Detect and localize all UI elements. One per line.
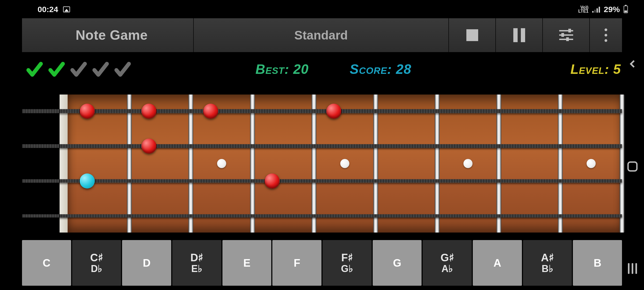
note-key-D[interactable]: D <box>122 240 171 286</box>
string[interactable] <box>60 214 622 218</box>
level-value: 5 <box>613 62 621 77</box>
tick-on <box>24 60 46 79</box>
sliders-icon <box>559 29 573 41</box>
best-value: 20 <box>293 62 309 77</box>
key-label-alt: G♭ <box>341 263 353 274</box>
key-label: E <box>243 257 251 269</box>
inlay-dot <box>340 159 349 168</box>
fretboard[interactable] <box>22 89 622 238</box>
note-marker[interactable] <box>80 104 95 119</box>
signal-icon <box>592 6 600 13</box>
note-marker[interactable] <box>80 173 95 189</box>
key-label: F <box>294 257 300 269</box>
note-key-A[interactable]: A <box>473 240 522 286</box>
note-key-E[interactable]: E <box>222 240 272 286</box>
mode-title-label: Note Game <box>76 27 148 43</box>
key-label: D♯ <box>190 251 203 264</box>
nav-back-button[interactable] <box>628 59 637 70</box>
stop-icon <box>466 29 478 41</box>
key-label: G <box>393 257 401 269</box>
fret-wire <box>620 95 624 233</box>
current-score: Score: 28 <box>350 61 411 77</box>
overflow-menu-button[interactable] <box>590 18 622 52</box>
note-key-Asharp[interactable]: A♯B♭ <box>523 240 572 286</box>
note-key-Gsharp[interactable]: G♯A♭ <box>423 240 472 286</box>
score-value: 28 <box>396 62 411 77</box>
app-toolbar: Note Game Standard <box>22 18 622 52</box>
fret-wire <box>312 95 316 233</box>
best-label: Best: <box>255 62 289 77</box>
more-vert-icon <box>605 28 607 42</box>
key-label-alt: B♭ <box>542 263 553 274</box>
tick-off <box>90 60 112 79</box>
nav-recents-button[interactable] <box>628 263 637 274</box>
inlay-dot <box>217 159 226 168</box>
note-key-G[interactable]: G <box>373 240 422 286</box>
key-label: C <box>43 257 50 269</box>
level-label: Level: <box>570 62 609 77</box>
settings-button[interactable] <box>543 18 590 52</box>
string <box>22 179 60 183</box>
inlay-dot <box>463 159 473 168</box>
pause-icon <box>513 28 525 42</box>
android-status-bar: 00:24 Vo)) LTE1 29% <box>0 3 644 16</box>
pause-button[interactable] <box>496 18 543 52</box>
note-key-C[interactable]: C <box>22 240 71 286</box>
note-buttons-row: CC♯D♭DD♯E♭EFF♯G♭GG♯A♭AA♯B♭B <box>22 240 622 286</box>
stop-button[interactable] <box>449 18 496 52</box>
tick-on <box>46 60 68 79</box>
note-key-Fsharp[interactable]: F♯G♭ <box>323 240 372 286</box>
key-label: A <box>493 257 501 269</box>
note-key-F[interactable]: F <box>272 240 321 286</box>
note-key-Csharp[interactable]: C♯D♭ <box>72 240 121 286</box>
tick-off <box>112 60 134 79</box>
note-marker[interactable] <box>203 104 218 119</box>
fret-wire <box>496 95 501 233</box>
inlay-dot <box>587 159 596 168</box>
android-nav-bar <box>625 0 640 290</box>
key-label: F♯ <box>341 251 353 264</box>
fret-wire <box>373 95 378 233</box>
fret-wire <box>188 95 193 233</box>
string[interactable] <box>60 179 622 183</box>
key-label-alt: D♭ <box>91 263 103 274</box>
status-time: 00:24 <box>38 5 58 14</box>
key-label: B <box>594 257 601 269</box>
string <box>22 109 60 113</box>
key-label: G♯ <box>441 251 454 264</box>
string <box>22 144 60 148</box>
level-indicator: Level: 5 <box>570 61 621 77</box>
note-marker[interactable] <box>326 104 341 119</box>
tuning-selector[interactable]: Standard <box>194 18 449 52</box>
fret-wire <box>558 95 563 233</box>
score-row: Best: 20 Score: 28 Level: 5 <box>22 59 622 80</box>
string <box>22 214 60 218</box>
key-label: D <box>143 257 151 269</box>
fret-wire <box>127 95 132 233</box>
key-label-alt: A♭ <box>441 263 453 274</box>
note-marker[interactable] <box>141 104 156 119</box>
gallery-icon <box>63 6 70 12</box>
nut <box>60 95 68 233</box>
fret-wire <box>435 95 440 233</box>
tuning-label: Standard <box>294 28 348 42</box>
key-label-alt: E♭ <box>191 263 202 274</box>
key-label: A♯ <box>541 251 554 264</box>
score-label: Score: <box>350 62 392 77</box>
key-label: C♯ <box>90 251 103 264</box>
note-key-B[interactable]: B <box>573 240 622 286</box>
note-marker[interactable] <box>265 173 280 189</box>
mode-title[interactable]: Note Game <box>22 18 194 52</box>
tick-off <box>68 60 90 79</box>
note-key-Dsharp[interactable]: D♯E♭ <box>172 240 221 286</box>
network-label: Vo)) LTE1 <box>578 6 588 13</box>
note-marker[interactable] <box>141 139 156 154</box>
streak-ticks <box>22 60 134 79</box>
best-score: Best: 20 <box>255 61 309 77</box>
fret-wire <box>250 95 255 233</box>
nav-home-button[interactable] <box>627 161 638 172</box>
battery-percent: 29% <box>604 5 620 14</box>
